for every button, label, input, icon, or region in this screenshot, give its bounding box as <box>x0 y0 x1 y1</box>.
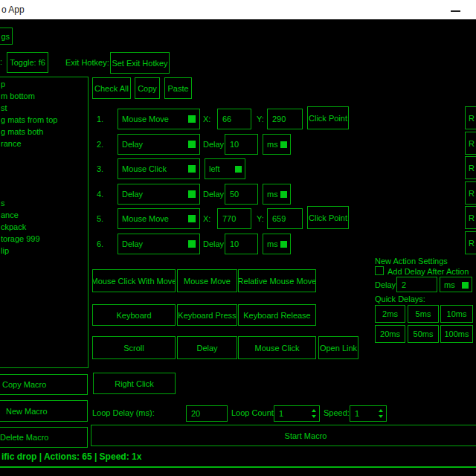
right-click-button[interactable]: Right Click <box>93 373 176 394</box>
dropdown-square-icon <box>280 141 287 148</box>
unit-value: ms <box>267 140 278 149</box>
unit-value: ms <box>267 239 278 248</box>
open-link-button[interactable]: Open Link <box>318 336 358 359</box>
stepper-arrows-icon[interactable] <box>379 406 383 421</box>
macro-app-window: { "colors": { "background": "#000000", "… <box>0 0 476 476</box>
new-action-delay-label: Delay: <box>375 280 398 290</box>
copy-macro-button[interactable]: Copy Macro <box>0 374 88 395</box>
delete-macro-button[interactable]: Delete Macro <box>0 427 88 448</box>
y-input[interactable]: 659 <box>267 208 303 229</box>
y-input[interactable]: 290 <box>267 109 303 129</box>
action-type-dropdown[interactable]: Delay <box>118 184 200 205</box>
dropdown-square-icon <box>280 241 287 248</box>
remove-action-button[interactable]: R <box>465 181 476 205</box>
macro-list-item[interactable] <box>1 163 86 175</box>
mouse-button-dropdown[interactable]: left <box>205 158 245 179</box>
macro-list-item[interactable]: g mats from top <box>1 115 86 127</box>
mouse-click-button[interactable]: Mouse Click <box>238 336 316 359</box>
window-title: o App <box>1 4 25 15</box>
macro-list-item[interactable]: p <box>1 80 86 91</box>
x-input[interactable]: 66 <box>217 109 251 129</box>
delay-button[interactable]: Delay <box>177 336 237 359</box>
macro-list-item[interactable] <box>1 175 86 187</box>
set-exit-hotkey-button[interactable]: Set Exit Hotkey <box>110 52 170 74</box>
macro-list-item[interactable] <box>1 151 86 163</box>
dropdown-square-icon <box>188 165 196 173</box>
macro-list-item[interactable]: torage 999 <box>1 234 86 246</box>
delay-input[interactable]: 10 <box>225 234 258 254</box>
keyboard-release-button[interactable]: Keyboard Release <box>238 304 316 326</box>
mouse-click-with-move-button[interactable]: Mouse Click With Move <box>92 269 176 292</box>
action-number: 5. <box>97 214 103 224</box>
new-action-delay-input[interactable]: 2 <box>396 277 437 292</box>
loop-count-stepper[interactable]: 1 <box>274 405 320 422</box>
minimize-icon[interactable] <box>451 10 460 12</box>
remove-action-button[interactable]: R <box>465 106 476 129</box>
macro-list-item[interactable] <box>1 187 86 199</box>
action-type-dropdown[interactable]: Mouse Move <box>118 208 200 229</box>
loop-delay-input[interactable]: 20 <box>186 405 228 422</box>
unit-dropdown[interactable]: ms <box>263 184 291 205</box>
click-point-button[interactable]: Click Point <box>307 206 349 229</box>
macro-list-item[interactable]: st <box>1 103 86 115</box>
add-delay-checkbox[interactable] <box>375 266 384 275</box>
macro-list-item[interactable]: ance <box>1 210 86 222</box>
action-type-value: Mouse Move <box>122 214 169 223</box>
action-type-dropdown[interactable]: Mouse Move <box>118 109 200 129</box>
dropdown-square-icon <box>462 282 469 289</box>
check-all-button[interactable]: Check All <box>92 77 131 99</box>
action-type-value: Delay <box>122 140 143 149</box>
tab-settings[interactable]: gs <box>0 28 13 45</box>
new-action-delay-unit-dropdown[interactable]: ms <box>440 277 472 292</box>
remove-action-button[interactable]: R <box>465 132 476 155</box>
click-point-button[interactable]: Click Point <box>307 106 349 129</box>
dropdown-square-icon <box>235 166 242 173</box>
macro-list-item[interactable]: g mats both <box>1 127 86 139</box>
x-input[interactable]: 770 <box>217 208 251 229</box>
loop-count-label: Loop Count: <box>231 408 276 418</box>
mouse-move-button[interactable]: Mouse Move <box>177 269 237 292</box>
add-delay-label: Add Delay After Action <box>387 267 469 277</box>
quick-delay-5ms-button[interactable]: 5ms <box>408 305 439 323</box>
remove-action-button[interactable]: R <box>465 206 476 229</box>
quick-delays-label: Quick Delays: <box>375 295 425 304</box>
unit-dropdown[interactable]: ms <box>263 134 291 155</box>
start-macro-button[interactable]: Start Macro <box>91 425 476 446</box>
remove-action-button[interactable]: R <box>465 156 476 179</box>
relative-mouse-move-button[interactable]: Relative Mouse Move <box>238 269 316 292</box>
dropdown-square-icon <box>188 190 196 198</box>
keyboard-button[interactable]: Keyboard <box>92 304 176 326</box>
action-type-dropdown[interactable]: Mouse Click <box>118 158 200 179</box>
quick-delay-20ms-button[interactable]: 20ms <box>375 325 405 343</box>
toggle-hotkey-button[interactable]: Toggle: f6 <box>7 52 48 73</box>
dropdown-square-icon <box>188 240 196 248</box>
scroll-button[interactable]: Scroll <box>92 336 176 359</box>
action-type-value: Mouse Click <box>122 164 167 173</box>
macro-list-item[interactable]: m bottom <box>1 91 86 103</box>
action-type-dropdown[interactable]: Delay <box>118 234 200 254</box>
delay-input[interactable]: 50 <box>225 184 258 205</box>
macro-list-item[interactable]: rance <box>1 139 86 151</box>
unit-value: ms <box>267 190 278 199</box>
keyboard-press-button[interactable]: Keyboard Press <box>177 304 237 326</box>
quick-delay-100ms-button[interactable]: 100ms <box>440 325 473 343</box>
action-number: 6. <box>97 239 103 249</box>
loop-count-value: 1 <box>279 409 283 418</box>
paste-button[interactable]: Paste <box>164 77 192 99</box>
new-macro-button[interactable]: New Macro <box>0 400 88 422</box>
x-label: X: <box>203 115 210 124</box>
quick-delay-2ms-button[interactable]: 2ms <box>375 305 405 323</box>
copy-button[interactable]: Copy <box>135 77 160 99</box>
macro-list-item[interactable]: ckpack <box>1 222 86 234</box>
delay-input[interactable]: 10 <box>225 134 258 155</box>
macro-list-item[interactable]: lip <box>1 246 86 258</box>
speed-stepper[interactable]: 1 <box>350 405 387 422</box>
remove-action-button[interactable]: R <box>465 231 476 254</box>
quick-delay-10ms-button[interactable]: 10ms <box>440 305 473 323</box>
y-label: Y: <box>257 115 264 124</box>
unit-dropdown[interactable]: ms <box>263 234 291 254</box>
quick-delay-50ms-button[interactable]: 50ms <box>408 325 439 343</box>
stepper-arrows-icon[interactable] <box>312 406 316 421</box>
macro-list-item[interactable]: s <box>1 199 86 210</box>
action-type-dropdown[interactable]: Delay <box>118 134 200 155</box>
